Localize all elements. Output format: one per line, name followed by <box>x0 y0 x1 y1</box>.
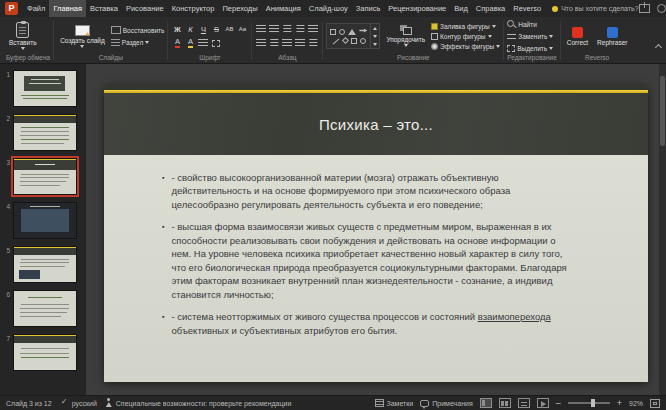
zoom-out-icon[interactable]: – <box>556 399 561 408</box>
align-left-button[interactable] <box>255 37 267 49</box>
line-spacing-button[interactable] <box>307 23 319 35</box>
slide-indicator[interactable]: Слайд 3 из 12 <box>6 400 52 407</box>
reading-view-button[interactable] <box>518 398 530 408</box>
tell-me-search[interactable]: Что вы хотите сделать? <box>552 5 638 12</box>
tab-record[interactable]: Запись <box>352 0 385 17</box>
paste-button[interactable]: Вставить <box>6 22 40 50</box>
scroll-up-icon[interactable] <box>373 27 377 30</box>
chevron-down-icon <box>496 45 500 48</box>
slide-thumbnail-2[interactable]: 2 <box>0 114 84 151</box>
indent-decrease-button[interactable] <box>281 23 293 35</box>
bullet-item[interactable]: - свойство высокоорганизованной материи … <box>162 171 568 211</box>
tab-insert[interactable]: Вставка <box>86 0 122 17</box>
slide-title[interactable]: Психика – это... <box>319 116 433 133</box>
text-shadow-button[interactable] <box>197 37 209 49</box>
oval-shape-icon[interactable] <box>360 38 366 44</box>
slide-title-placeholder[interactable]: Психика – это... <box>104 93 648 155</box>
shape-effects-button[interactable]: Эффекты фигуры <box>431 42 500 50</box>
shape-fill-button[interactable]: Заливка фигуры <box>431 22 500 30</box>
accessibility-status[interactable]: Специальные возможности: проверьте реком… <box>105 398 292 408</box>
tab-design[interactable]: Конструктор <box>168 0 219 17</box>
numbering-button[interactable] <box>268 23 280 35</box>
replace-button[interactable]: Заменить <box>507 31 553 41</box>
collapse-ribbon-icon[interactable] <box>655 44 662 51</box>
slide-sorter-view-button[interactable] <box>499 398 511 408</box>
align-right-button[interactable] <box>281 37 293 49</box>
arrange-button[interactable]: Упорядочить <box>383 25 428 47</box>
arrow-shape-icon[interactable] <box>359 29 367 33</box>
fit-slide-to-window-icon[interactable] <box>650 399 660 408</box>
underline-button[interactable]: Ч <box>197 23 209 35</box>
line-shape-icon[interactable] <box>333 38 340 44</box>
group-font: Ж К Ч S АВ Аа А А Шрифт <box>168 18 251 63</box>
tab-transitions[interactable]: Переходы <box>218 0 261 17</box>
character-spacing-button[interactable]: АВ <box>223 23 235 35</box>
current-slide[interactable]: Психика – это... - свойство высокооргани… <box>104 85 648 382</box>
more-shapes-icon[interactable] <box>373 43 377 46</box>
reset-slide-button[interactable]: Восстановить <box>111 25 165 35</box>
new-slide-button[interactable]: Создать слайд <box>57 25 108 48</box>
tab-file[interactable]: Файл <box>23 0 49 17</box>
scroll-down-icon[interactable] <box>373 35 377 38</box>
columns-button[interactable] <box>307 37 319 49</box>
reverso-rephraser-button[interactable]: Rephraser <box>594 27 630 46</box>
diamond-shape-icon[interactable] <box>342 36 349 43</box>
canvas-scrollbar[interactable] <box>659 64 666 395</box>
triangle-shape-icon[interactable] <box>348 29 356 35</box>
tab-slideshow[interactable]: Слайд-шоу <box>305 0 352 17</box>
notes-button[interactable]: Заметки <box>375 399 414 407</box>
zoom-slider[interactable] <box>568 402 610 404</box>
highlight-color-button[interactable]: А <box>188 38 193 48</box>
slide-thumbnail-4[interactable]: 4 <box>0 202 84 239</box>
slide-thumbnail-6[interactable]: 6 <box>0 290 84 327</box>
shapes-gallery[interactable] <box>326 23 380 49</box>
slide-body-placeholder[interactable]: - свойство высокоорганизованной материи … <box>104 155 648 382</box>
thumbnail-preview <box>13 290 77 327</box>
tab-view[interactable]: Вид <box>450 0 472 17</box>
reverso-correct-button[interactable]: Correct <box>564 27 591 46</box>
slide-thumbnail-7[interactable]: 7 <box>0 334 84 371</box>
tab-reverso[interactable]: Reverso <box>509 0 545 17</box>
group-slides: Создать слайд Восстановить Раздел Слайды <box>54 18 167 63</box>
shapes-scrollbar[interactable] <box>370 24 379 48</box>
tab-home[interactable]: Главная <box>49 0 86 17</box>
bullets-button[interactable] <box>255 23 267 35</box>
canvas-scrollbar-thumb[interactable] <box>660 76 665 146</box>
tab-draw[interactable]: Рисование <box>122 0 168 17</box>
section-icon <box>111 39 120 46</box>
strikethrough-button[interactable]: S <box>210 23 222 35</box>
normal-view-button[interactable] <box>480 398 492 408</box>
clear-formatting-button[interactable] <box>210 37 222 49</box>
ellipse-shape-icon[interactable] <box>339 29 345 35</box>
slide-thumbnail-5[interactable]: 5 <box>0 246 84 283</box>
italic-button[interactable]: К <box>184 23 196 35</box>
slide-thumbnail-1[interactable]: 1 <box>0 70 84 107</box>
align-center-button[interactable] <box>268 37 280 49</box>
tab-review[interactable]: Рецензирование <box>384 0 450 17</box>
spellcheck-status[interactable]: русский <box>60 399 97 407</box>
find-button[interactable]: Найти <box>507 19 553 29</box>
bullet-text-underlined-word[interactable]: взаимоперехода <box>478 311 551 322</box>
comments-button[interactable]: Примечания <box>420 400 472 407</box>
select-button[interactable]: Выделить <box>507 43 553 53</box>
tab-help[interactable]: Справка <box>472 0 509 17</box>
justify-button[interactable] <box>294 37 306 49</box>
shape-outline-button[interactable]: Контур фигуры <box>431 32 500 40</box>
bullet-item[interactable]: - система неотторжимых от живого существ… <box>162 310 568 337</box>
rectangle-shape-icon[interactable] <box>330 29 336 35</box>
zoom-slider-thumb[interactable] <box>591 399 595 407</box>
bold-button[interactable]: Ж <box>171 23 183 35</box>
font-color-button[interactable]: А <box>175 38 180 48</box>
zoom-in-icon[interactable]: + <box>617 399 622 408</box>
frame-shape-icon[interactable] <box>351 38 357 44</box>
slideshow-button[interactable] <box>537 398 549 408</box>
tab-animations[interactable]: Анимация <box>262 0 305 17</box>
change-case-button[interactable]: Аа <box>236 23 248 35</box>
slide-thumbnail-3[interactable]: 3 <box>0 158 84 195</box>
section-button[interactable]: Раздел <box>111 37 165 47</box>
bullet-item[interactable]: - высшая форма взаимосвязи живых существ… <box>162 220 568 301</box>
indent-increase-button[interactable] <box>294 23 306 35</box>
feedback-icon[interactable] <box>657 4 666 13</box>
share-icon[interactable] <box>639 4 650 13</box>
zoom-level[interactable]: 92% <box>629 400 643 407</box>
